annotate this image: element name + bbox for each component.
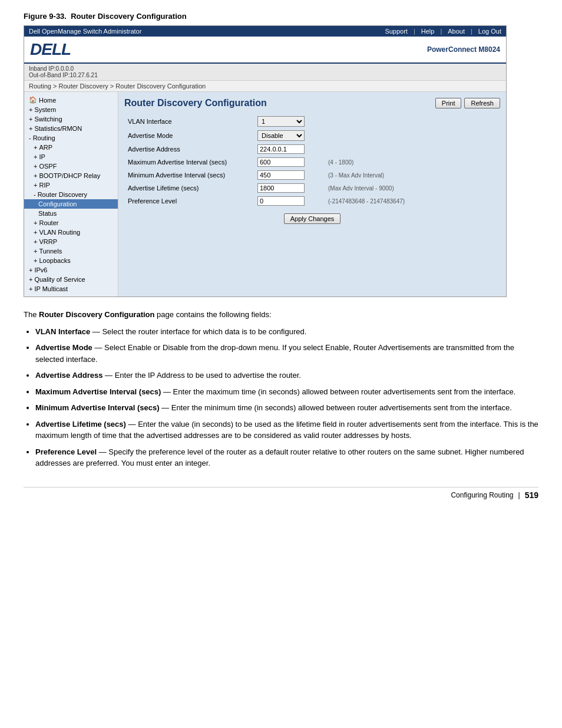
table-row: Advertise Lifetime (secs) (Max Adv Inter… xyxy=(124,182,500,195)
page-title: Router Discovery Configuration xyxy=(124,98,267,108)
expand-icon: + xyxy=(34,163,37,170)
max-advertise-interval-input[interactable] xyxy=(257,157,305,167)
refresh-button[interactable]: Refresh xyxy=(464,98,500,108)
help-link[interactable]: Help xyxy=(421,28,435,35)
top-nav: Support | Help | About | Log Out xyxy=(385,28,501,35)
sidebar-item-arp[interactable]: + ARP xyxy=(24,143,118,152)
field-label: Advertise Mode xyxy=(124,129,254,143)
field-hint xyxy=(325,129,500,143)
sidebar-item-router[interactable]: + Router xyxy=(24,218,118,228)
list-item: Advertise Mode — Select Enable or Disabl… xyxy=(35,342,538,365)
table-row: Advertise Mode Disable Enable xyxy=(124,129,500,143)
expand-icon: + xyxy=(34,238,37,245)
sidebar-item-bootp[interactable]: + BOOTP/DHCP Relay xyxy=(24,171,118,180)
page-footer: Configuring Routing | 519 xyxy=(24,487,538,500)
sidebar-item-statistics[interactable]: + Statistics/RMON xyxy=(24,124,118,133)
sidebar-item-ip[interactable]: + IP xyxy=(24,152,118,162)
min-advertise-interval-input[interactable] xyxy=(257,170,305,180)
support-link[interactable]: Support xyxy=(385,28,408,35)
sidebar-item-home[interactable]: 🏠 Home xyxy=(24,95,118,105)
field-input[interactable]: 1 xyxy=(254,114,325,129)
sidebar-item-status[interactable]: Status xyxy=(24,209,118,218)
sidebar: 🏠 Home + System + Switching + Statistics… xyxy=(24,92,118,297)
collapse-icon: - xyxy=(34,191,36,198)
home-icon: 🏠 xyxy=(29,96,37,104)
sidebar-item-ospf[interactable]: + OSPF xyxy=(24,162,118,171)
field-hint xyxy=(325,114,500,129)
inband-ip: Inband IP:0.0.0.0 xyxy=(29,65,74,72)
field-hint: (4 - 1800) xyxy=(325,156,500,169)
app-title: Dell OpenManage Switch Administrator xyxy=(29,28,141,35)
sidebar-item-qos[interactable]: + Quality of Service xyxy=(24,275,118,284)
expand-icon: + xyxy=(34,229,37,236)
description-intro: The Router Discovery Configuration page … xyxy=(24,309,538,321)
dell-logo: DELL xyxy=(30,40,71,59)
sidebar-item-loopbacks[interactable]: + Loopbacks xyxy=(24,256,118,265)
sidebar-item-vlan-routing[interactable]: + VLAN Routing xyxy=(24,228,118,237)
apply-changes-button[interactable]: Apply Changes xyxy=(284,213,341,224)
field-input[interactable]: Disable Enable xyxy=(254,129,325,143)
expand-icon: + xyxy=(34,153,37,160)
field-label: Minimum Advertise Interval (secs) xyxy=(124,169,254,182)
list-item: Advertise Address — Enter the IP Address… xyxy=(35,370,538,381)
figure-label: Figure 9-33. Router Discovery Configurat… xyxy=(24,12,538,21)
sidebar-item-multicast[interactable]: + IP Multicast xyxy=(24,284,118,294)
logo-bar: DELL PowerConnect M8024 xyxy=(24,37,506,64)
advertise-lifetime-input[interactable] xyxy=(257,183,305,193)
print-button[interactable]: Print xyxy=(435,98,462,108)
sidebar-item-vrrp[interactable]: + VRRP xyxy=(24,237,118,246)
field-input[interactable] xyxy=(254,156,325,169)
list-item: Maximum Advertise Interval (secs) — Ente… xyxy=(35,386,538,398)
expand-icon: + xyxy=(34,257,37,264)
expand-icon: + xyxy=(34,144,37,151)
list-item: VLAN Interface — Select the router inter… xyxy=(35,326,538,338)
main-layout: 🏠 Home + System + Switching + Statistics… xyxy=(24,92,506,297)
field-input[interactable] xyxy=(254,195,325,207)
expand-icon: + xyxy=(29,106,32,113)
logout-link[interactable]: Log Out xyxy=(478,28,501,35)
expand-icon: + xyxy=(29,266,32,274)
vlan-interface-select[interactable]: 1 xyxy=(257,116,305,127)
sidebar-item-tunnels[interactable]: + Tunnels xyxy=(24,246,118,256)
field-input[interactable] xyxy=(254,143,325,156)
expand-icon: + xyxy=(34,248,37,255)
advertise-mode-select[interactable]: Disable Enable xyxy=(257,130,305,141)
field-hint xyxy=(325,143,500,156)
sidebar-item-router-discovery[interactable]: - Router Discovery xyxy=(24,190,118,199)
field-label: Maximum Advertise Interval (secs) xyxy=(124,156,254,169)
about-link[interactable]: About xyxy=(448,28,465,35)
bullet-list: VLAN Interface — Select the router inter… xyxy=(35,326,538,469)
footer-section: Configuring Routing xyxy=(451,491,513,499)
sidebar-item-rip[interactable]: + RIP xyxy=(24,180,118,190)
content-area: Router Discovery Configuration Print Ref… xyxy=(118,92,506,297)
field-label: VLAN Interface xyxy=(124,114,254,129)
sidebar-item-system[interactable]: + System xyxy=(24,105,118,114)
expand-icon: + xyxy=(29,125,32,132)
table-row: Advertise Address xyxy=(124,143,500,156)
browser-frame: Dell OpenManage Switch Administrator Sup… xyxy=(24,25,507,297)
field-hint: (Max Adv Interval - 9000) xyxy=(325,182,500,195)
table-row: Maximum Advertise Interval (secs) (4 - 1… xyxy=(124,156,500,169)
inband-bar: Inband IP:0.0.0.0 Out-of-Band IP:10.27.6… xyxy=(24,64,506,81)
advertise-address-input[interactable] xyxy=(257,144,305,154)
apply-btn-row: Apply Changes xyxy=(124,207,500,230)
collapse-icon: - xyxy=(29,134,31,141)
field-label: Advertise Address xyxy=(124,143,254,156)
field-input[interactable] xyxy=(254,182,325,195)
table-row: Preference Level (-2147483648 - 21474836… xyxy=(124,195,500,207)
sidebar-item-ipv6[interactable]: + IPv6 xyxy=(24,265,118,275)
footer-right: Configuring Routing | 519 xyxy=(451,490,538,500)
sidebar-item-routing[interactable]: - Routing xyxy=(24,133,118,143)
expand-icon: + xyxy=(29,285,32,292)
breadcrumb: Routing > Router Discovery > Router Disc… xyxy=(24,81,506,92)
footer-separator: | xyxy=(518,491,520,499)
field-label: Advertise Lifetime (secs) xyxy=(124,182,254,195)
content-header: Router Discovery Configuration Print Ref… xyxy=(124,98,500,108)
field-hint: (-2147483648 - 2147483647) xyxy=(325,195,500,207)
sidebar-item-configuration[interactable]: Configuration xyxy=(24,199,118,209)
header-buttons: Print Refresh xyxy=(435,98,500,108)
field-input[interactable] xyxy=(254,169,325,182)
preference-level-input[interactable] xyxy=(257,196,305,206)
field-label: Preference Level xyxy=(124,195,254,207)
sidebar-item-switching[interactable]: + Switching xyxy=(24,114,118,124)
